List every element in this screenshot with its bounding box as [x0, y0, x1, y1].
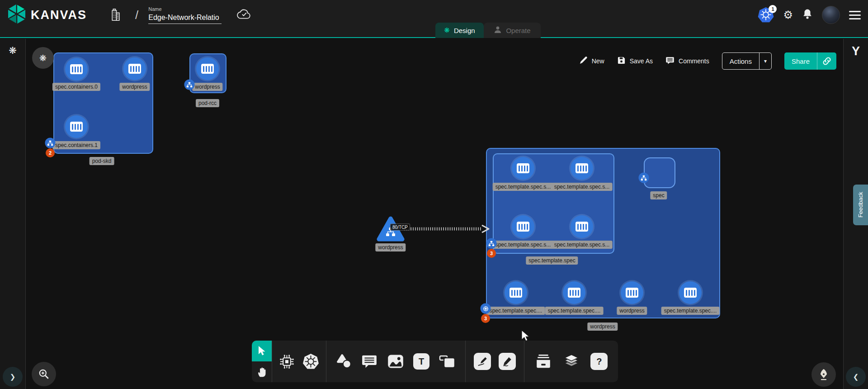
- share-split-button[interactable]: Share: [784, 52, 836, 70]
- design-name-input[interactable]: [148, 13, 222, 24]
- node-template-container-0[interactable]: [512, 157, 534, 180]
- comment-icon: [361, 354, 377, 369]
- tab-design[interactable]: ❋ Design: [435, 23, 484, 38]
- menu-hamburger-icon[interactable]: [849, 11, 861, 19]
- zoom-in-icon: [38, 368, 50, 380]
- node-template-container-3[interactable]: [571, 215, 593, 238]
- tools-dock: T: [252, 341, 618, 382]
- note-tool-button[interactable]: [439, 354, 456, 369]
- k8s-context-switcher[interactable]: 1: [758, 7, 774, 23]
- node-label: spec.containers.1: [52, 141, 100, 149]
- group-label-spec-template-spec: spec.template.spec: [526, 256, 578, 265]
- container-icon: [626, 288, 638, 298]
- image-tool-button[interactable]: [387, 354, 404, 369]
- node-spec-containers-0[interactable]: [65, 58, 88, 81]
- copy-link-button[interactable]: [817, 52, 836, 70]
- design-name-label: Name: [148, 6, 222, 12]
- whiteboard-pen-button[interactable]: [811, 362, 836, 387]
- settings-gear-icon[interactable]: ⚙: [783, 9, 793, 20]
- design-name-field: Name: [148, 6, 222, 24]
- left-rail: ❋ ❯: [0, 39, 26, 389]
- node-wordpress-pod-skd[interactable]: [123, 57, 146, 80]
- group-count-badge[interactable]: 3: [487, 249, 496, 258]
- sitemap-icon: [47, 140, 53, 146]
- comment-tool-button[interactable]: [361, 354, 377, 369]
- node-deploy-container-1[interactable]: [563, 281, 585, 304]
- node-label: spec.template.spec.s...: [493, 241, 554, 249]
- user-avatar[interactable]: [822, 6, 840, 24]
- select-tool-button[interactable]: [252, 341, 272, 361]
- feedback-tab[interactable]: Feedback: [853, 185, 868, 225]
- node-template-container-1[interactable]: [571, 157, 593, 180]
- drawer-icon: [535, 353, 552, 370]
- group-label-pod-skd: pod-skd: [90, 157, 114, 165]
- node-wordpress-pod-rcc[interactable]: [196, 57, 219, 80]
- group-count-badge[interactable]: 2: [46, 148, 55, 157]
- sitemap-icon: [641, 175, 647, 180]
- container-icon: [70, 122, 83, 132]
- app-header: KANVAS / Name: [0, 0, 868, 38]
- tab-operate[interactable]: Operate: [484, 23, 541, 38]
- save-as-button[interactable]: Save As: [617, 56, 653, 66]
- edge-service-to-deployment[interactable]: [401, 223, 492, 234]
- group-relationship-badge[interactable]: [45, 138, 56, 148]
- actions-label[interactable]: Actions: [722, 53, 759, 69]
- help-tool-button[interactable]: ?: [590, 353, 608, 370]
- pen-tool-button[interactable]: [474, 353, 491, 370]
- kubernetes-tool-button[interactable]: [302, 353, 320, 370]
- node-template-container-2[interactable]: [512, 215, 534, 238]
- components-tool-button[interactable]: [278, 353, 295, 370]
- group-relationship-badge[interactable]: [481, 304, 491, 314]
- kanvas-logo-icon: [7, 4, 26, 26]
- organization-icon[interactable]: [109, 8, 122, 23]
- actions-split-button[interactable]: Actions ▾: [722, 52, 772, 70]
- tab-design-label: Design: [454, 27, 475, 34]
- note-icon: [439, 354, 456, 369]
- zoom-control-button[interactable]: [32, 362, 56, 386]
- container-icon: [517, 163, 529, 173]
- group-spec-template-spec[interactable]: [493, 153, 614, 254]
- mode-tabs: ❋ Design Operate: [435, 23, 541, 38]
- pan-tool-button[interactable]: [252, 361, 272, 382]
- collapse-right-panel-button[interactable]: ❮: [846, 367, 866, 387]
- group-relationship-badge[interactable]: [486, 238, 497, 249]
- sitemap-icon: [489, 241, 495, 246]
- node-relationship-badge[interactable]: [639, 173, 649, 183]
- node-label: wordpress: [192, 83, 222, 91]
- drawer-tool-button[interactable]: [535, 353, 552, 370]
- node-deploy-container-3[interactable]: [679, 281, 702, 304]
- link-icon: [822, 56, 832, 66]
- container-icon: [509, 288, 522, 298]
- group-relationship-badge[interactable]: [184, 80, 195, 90]
- caret-down-icon: ▾: [764, 58, 767, 64]
- expand-left-panel-button[interactable]: ❯: [3, 367, 23, 387]
- text-icon: T: [413, 353, 429, 370]
- layers-tool-button[interactable]: [562, 353, 580, 370]
- design-spiral-icon: ❋: [444, 26, 450, 34]
- pen-tool-icon: [474, 353, 491, 370]
- image-icon: [387, 354, 404, 369]
- pencil-new-icon: [579, 56, 588, 66]
- pen-nib-icon: [818, 368, 830, 381]
- design-action-toolbar: New Save As Comments Actions ▾ Share: [579, 52, 836, 70]
- shapes-tool-button[interactable]: [336, 354, 352, 369]
- notifications-bell-icon[interactable]: [802, 8, 813, 22]
- text-tool-button[interactable]: T: [413, 353, 429, 370]
- node-deploy-container-2[interactable]: [621, 281, 643, 304]
- breadcrumb-separator: /: [135, 8, 138, 22]
- node-label: spec.template.spec....: [545, 307, 604, 315]
- node-spec[interactable]: [644, 157, 675, 188]
- freehand-tool-button[interactable]: [499, 353, 516, 370]
- container-icon: [517, 222, 529, 232]
- collapsed-node[interactable]: ❋: [32, 47, 54, 69]
- group-count-badge[interactable]: 3: [481, 314, 490, 323]
- node-deploy-container-0[interactable]: [505, 281, 527, 304]
- container-icon: [576, 222, 588, 232]
- share-label[interactable]: Share: [784, 52, 817, 70]
- node-label: spec.template.spec....: [661, 307, 720, 315]
- actions-caret-button[interactable]: ▾: [759, 53, 771, 69]
- new-button[interactable]: New: [579, 56, 604, 66]
- node-spec-containers-1[interactable]: [65, 115, 88, 138]
- save-icon: [617, 56, 626, 66]
- comments-button[interactable]: Comments: [665, 56, 709, 66]
